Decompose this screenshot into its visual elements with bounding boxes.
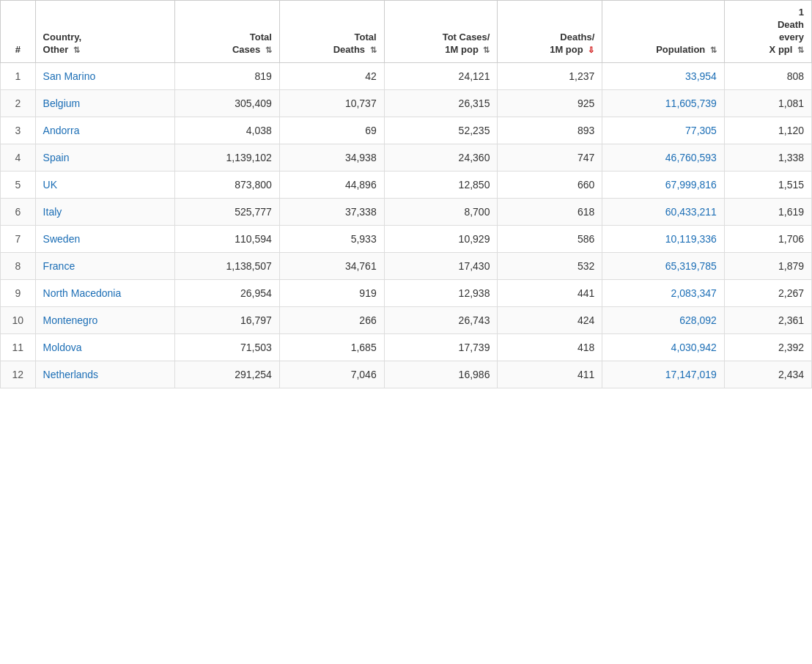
cell-deaths-1m: 660	[498, 171, 602, 198]
cell-population[interactable]: 17,147,019	[602, 361, 725, 388]
cell-country[interactable]: France	[35, 252, 174, 279]
table-row: 4Spain1,139,10234,93824,36074746,760,593…	[1, 144, 812, 171]
cell-rank: 11	[1, 333, 36, 361]
cell-total-deaths: 44,896	[279, 171, 384, 198]
cell-death-every: 1,081	[724, 89, 811, 117]
col-header-deaths-1m[interactable]: Deaths/1M pop ⇩	[498, 1, 602, 63]
country-link[interactable]: Spain	[43, 152, 70, 163]
cell-tot-cases-1m: 16,986	[384, 361, 498, 388]
country-link[interactable]: Sweden	[43, 233, 81, 245]
cell-death-every: 2,392	[724, 333, 811, 361]
col-header-total-deaths[interactable]: TotalDeaths ⇅	[279, 1, 384, 63]
cell-deaths-1m: 532	[498, 252, 602, 279]
cell-total-cases: 819	[175, 62, 280, 89]
cell-population[interactable]: 67,999,816	[602, 171, 725, 198]
cell-population[interactable]: 11,605,739	[602, 89, 725, 117]
cell-total-deaths: 37,338	[279, 198, 384, 225]
covid-stats-table: # Country,Other ⇅ TotalCases ⇅ TotalDeat…	[0, 0, 812, 388]
cell-country[interactable]: Moldova	[35, 333, 174, 361]
cell-total-cases: 1,139,102	[175, 144, 280, 171]
cell-country[interactable]: San Marino	[35, 62, 174, 89]
cell-tot-cases-1m: 8,700	[384, 198, 498, 225]
cell-population[interactable]: 60,433,211	[602, 198, 725, 225]
cell-tot-cases-1m: 12,850	[384, 171, 498, 198]
cell-country[interactable]: Netherlands	[35, 361, 174, 388]
table-row: 10Montenegro16,79726626,743424628,0922,3…	[1, 306, 812, 333]
country-link[interactable]: Netherlands	[43, 369, 99, 380]
cell-country[interactable]: Sweden	[35, 225, 174, 252]
cell-total-cases: 110,594	[175, 225, 280, 252]
country-link[interactable]: France	[43, 260, 75, 272]
cell-total-cases: 873,800	[175, 171, 280, 198]
col-header-rank: #	[1, 1, 36, 63]
cell-population[interactable]: 65,319,785	[602, 252, 725, 279]
cell-tot-cases-1m: 26,315	[384, 89, 498, 117]
cell-population[interactable]: 10,119,336	[602, 225, 725, 252]
cell-population[interactable]: 77,305	[602, 117, 725, 144]
table-row: 11Moldova71,5031,68517,7394184,030,9422,…	[1, 333, 812, 361]
sort-icon-deaths-1m[interactable]: ⇩	[588, 45, 594, 55]
col-header-country[interactable]: Country,Other ⇅	[35, 1, 174, 63]
table-row: 9North Macedonia26,95491912,9384412,083,…	[1, 279, 812, 306]
col-header-death-every[interactable]: 1DeatheveryX ppl ⇅	[724, 1, 811, 63]
cell-deaths-1m: 418	[498, 333, 602, 361]
cell-country[interactable]: North Macedonia	[35, 279, 174, 306]
country-link[interactable]: Belgium	[43, 97, 81, 109]
cell-country[interactable]: UK	[35, 171, 174, 198]
cell-total-deaths: 919	[279, 279, 384, 306]
table-row: 3Andorra4,0386952,23589377,3051,120	[1, 117, 812, 144]
cell-total-deaths: 34,761	[279, 252, 384, 279]
cell-tot-cases-1m: 26,743	[384, 306, 498, 333]
cell-rank: 9	[1, 279, 36, 306]
col-header-tot-cases-1m[interactable]: Tot Cases/1M pop ⇅	[384, 1, 498, 63]
cell-tot-cases-1m: 10,929	[384, 225, 498, 252]
cell-total-deaths: 69	[279, 117, 384, 144]
cell-population[interactable]: 46,760,593	[602, 144, 725, 171]
sort-icon-death-every[interactable]: ⇅	[797, 45, 804, 55]
cell-rank: 8	[1, 252, 36, 279]
cell-total-cases: 1,138,507	[175, 252, 280, 279]
country-link[interactable]: San Marino	[43, 70, 96, 82]
col-header-population[interactable]: Population ⇅	[602, 1, 725, 63]
cell-population[interactable]: 2,083,347	[602, 279, 725, 306]
cell-country[interactable]: Spain	[35, 144, 174, 171]
cell-total-deaths: 7,046	[279, 361, 384, 388]
cell-tot-cases-1m: 17,739	[384, 333, 498, 361]
country-link[interactable]: Andorra	[43, 125, 80, 136]
country-link[interactable]: North Macedonia	[43, 287, 122, 299]
cell-total-deaths: 1,685	[279, 333, 384, 361]
cell-total-deaths: 5,933	[279, 225, 384, 252]
cell-tot-cases-1m: 12,938	[384, 279, 498, 306]
cell-deaths-1m: 747	[498, 144, 602, 171]
cell-deaths-1m: 893	[498, 117, 602, 144]
country-link[interactable]: Italy	[43, 206, 62, 218]
country-link[interactable]: Montenegro	[43, 314, 98, 326]
cell-country[interactable]: Belgium	[35, 89, 174, 117]
country-link[interactable]: Moldova	[43, 342, 82, 353]
cell-rank: 10	[1, 306, 36, 333]
col-header-total-cases[interactable]: TotalCases ⇅	[175, 1, 280, 63]
table-row: 7Sweden110,5945,93310,92958610,119,3361,…	[1, 225, 812, 252]
sort-icon-population[interactable]: ⇅	[710, 45, 717, 55]
cell-population[interactable]: 33,954	[602, 62, 725, 89]
cell-total-cases: 16,797	[175, 306, 280, 333]
sort-icon-tot-cases-1m[interactable]: ⇅	[483, 45, 490, 55]
cell-rank: 6	[1, 198, 36, 225]
sort-icon-total-cases[interactable]: ⇅	[265, 45, 272, 55]
cell-country[interactable]: Andorra	[35, 117, 174, 144]
cell-tot-cases-1m: 24,121	[384, 62, 498, 89]
cell-total-deaths: 34,938	[279, 144, 384, 171]
cell-country[interactable]: Montenegro	[35, 306, 174, 333]
cell-tot-cases-1m: 52,235	[384, 117, 498, 144]
cell-tot-cases-1m: 17,430	[384, 252, 498, 279]
cell-population[interactable]: 4,030,942	[602, 333, 725, 361]
cell-death-every: 1,879	[724, 252, 811, 279]
cell-rank: 5	[1, 171, 36, 198]
cell-population[interactable]: 628,092	[602, 306, 725, 333]
sort-icon-country[interactable]: ⇅	[73, 45, 80, 55]
cell-total-cases: 305,409	[175, 89, 280, 117]
sort-icon-total-deaths[interactable]: ⇅	[370, 45, 377, 55]
cell-country[interactable]: Italy	[35, 198, 174, 225]
country-link[interactable]: UK	[43, 179, 57, 191]
cell-total-deaths: 42	[279, 62, 384, 89]
